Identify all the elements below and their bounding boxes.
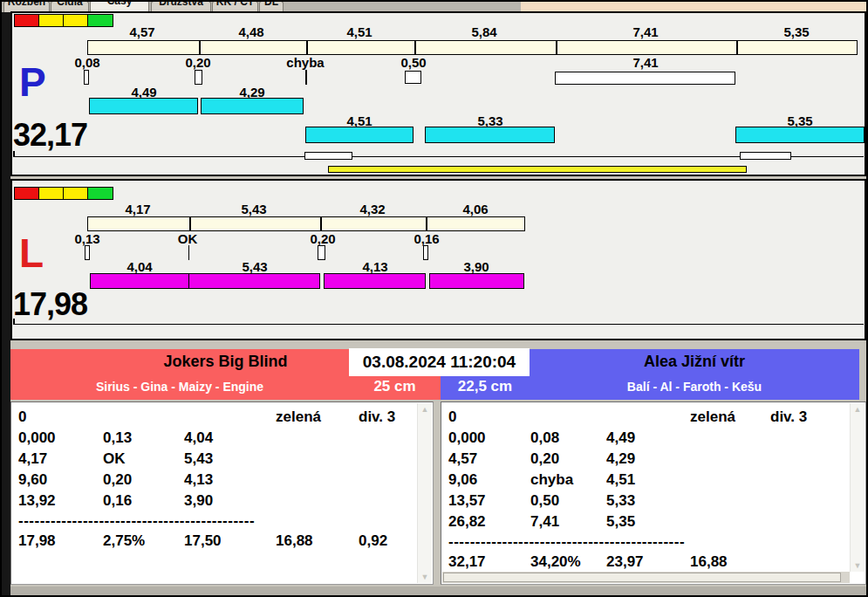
totals-row: 17,98 2,75% 17,50 16,88 0,92 <box>11 531 433 552</box>
scroll-up-icon[interactable]: ▲ <box>851 405 865 414</box>
table-row: 4,570,204,29 <box>441 449 865 470</box>
traffic-yellow-cell-2 <box>64 15 88 26</box>
lane-letter-p: P <box>19 62 46 102</box>
vertical-scrollbar[interactable]: ▲ ▼ <box>850 403 865 572</box>
lane-total-l: 17,98 <box>13 289 87 320</box>
background-window-strip <box>2 12 10 595</box>
separator-row: ----------------------------------------… <box>441 532 865 552</box>
run-bar <box>201 98 304 114</box>
traffic-green-cell <box>88 188 113 199</box>
horizontal-scroll-thumb[interactable] <box>443 573 841 582</box>
split-time-label: 5,43 <box>241 202 266 216</box>
cross-time-label: 0,08 <box>74 55 99 70</box>
ok-tick <box>188 245 189 260</box>
cross-tick <box>318 245 325 260</box>
tab-bar: Rozběh Čidla Časy Družstva KK / ČT DL <box>2 0 866 12</box>
run-time-label: 4,13 <box>362 259 387 274</box>
run-bar <box>188 273 320 289</box>
tabbar-right-fill <box>521 0 868 12</box>
status-green-label: zelená <box>690 407 770 428</box>
traffic-green-cell <box>88 15 113 26</box>
table-row: 4,17OK5,43 <box>11 449 433 470</box>
run-bar <box>90 273 189 289</box>
run-time-label: 4,04 <box>126 259 152 274</box>
cross-time-label: 0,20 <box>310 231 335 246</box>
split-time-label: 4,17 <box>125 202 150 216</box>
traffic-light <box>14 14 113 27</box>
totals-row: 32,17 34,20% 23,97 16,88 <box>441 552 865 573</box>
jump-height-right: 22,5 cm <box>441 378 530 395</box>
traffic-yellow-cell <box>39 15 64 26</box>
table-row: 13,570,505,33 <box>441 491 865 511</box>
status-green-label: zelená <box>276 407 359 428</box>
horizontal-scrollbar[interactable] <box>442 572 850 583</box>
fault-tick <box>305 70 307 85</box>
split-time-label: 4,48 <box>238 24 263 39</box>
marker-rect <box>740 152 791 160</box>
cross-time-label: 0,16 <box>413 231 439 246</box>
table-row: 9,600,204,13 <box>11 470 433 491</box>
split-time-label: 4,32 <box>359 202 385 216</box>
cross-tick <box>85 245 90 260</box>
team-name-right: Alea Jižní vítr <box>530 353 859 371</box>
run-bar <box>735 127 865 143</box>
traffic-yellow-cell <box>39 188 64 199</box>
traffic-red-cell <box>15 188 39 199</box>
split-time-label: 4,57 <box>129 24 154 39</box>
cross-tick <box>423 245 428 260</box>
split-bar <box>87 216 525 231</box>
table-row: 9,06chyba4,51 <box>441 470 865 491</box>
results-list-right[interactable]: 0 zelená div. 3 0,0000,084,49 4,570,204,… <box>441 401 866 585</box>
table-row: 0,0000,134,04 <box>11 428 433 449</box>
team-dogs-left: Sirius - Gina - Maizy - Engine <box>10 380 349 394</box>
lane-panel-l: 4,17 5,43 4,32 4,06 0,13 OK 0,20 0,16 4,… <box>10 179 866 340</box>
run-bar <box>324 273 426 289</box>
cross-time-label: 0,20 <box>185 55 210 70</box>
run-bar <box>89 98 198 114</box>
run-bar <box>425 127 555 143</box>
split-time-label: 4,06 <box>462 202 488 216</box>
lane-letter-l: L <box>19 233 44 273</box>
results-list-left[interactable]: 0 zelená div. 3 0,0000,134,04 4,17OK5,43… <box>10 401 434 585</box>
scroll-down-icon[interactable]: ▼ <box>418 573 432 581</box>
scroll-down-icon[interactable]: ▼ <box>851 561 865 570</box>
cross-tick-box <box>405 71 421 84</box>
run-time-label: 3,90 <box>463 259 489 274</box>
cross-tick <box>84 70 89 85</box>
split-bar <box>87 40 858 55</box>
yellow-span-bar <box>328 166 747 173</box>
timeline-baseline <box>13 324 864 325</box>
scroll-up-icon[interactable]: ▲ <box>418 405 432 414</box>
marker-rect <box>304 152 352 160</box>
traffic-yellow-cell-2 <box>64 188 88 199</box>
cross-tick <box>195 70 202 85</box>
cross-ok-label: OK <box>178 231 198 246</box>
traffic-light <box>14 187 113 200</box>
table-row: 13,920,163,90 <box>11 491 433 511</box>
separator-row: ----------------------------------------… <box>11 511 433 531</box>
vertical-scrollbar[interactable]: ▲ ▼ <box>417 403 432 583</box>
team-dogs-right: Balí - Al - Faroth - Kešu <box>530 380 859 394</box>
window-bottom-strip <box>10 587 866 595</box>
timeline-baseline <box>13 156 864 157</box>
table-row: 0 zelená div. 3 <box>11 407 433 428</box>
table-row: 26,827,415,35 <box>441 511 865 532</box>
fault-label: chyba <box>286 55 324 70</box>
rerun-bar <box>555 72 735 85</box>
traffic-red-cell <box>15 15 39 26</box>
split-time-label: 7,41 <box>632 24 658 39</box>
table-row: 0,0000,084,49 <box>441 428 865 449</box>
run-time-label: 5,43 <box>242 259 267 274</box>
cross-time-label: 0,50 <box>400 55 426 70</box>
split-time-label: 5,84 <box>471 24 496 39</box>
run-bar <box>429 273 524 289</box>
datetime-display: 03.08.2024 11:20:04 <box>349 348 530 376</box>
cross-time-label: 0,13 <box>74 231 99 246</box>
cross-time-label: 7,41 <box>632 55 658 70</box>
run-bar <box>305 127 413 143</box>
tab-casy[interactable]: Časy <box>90 0 149 12</box>
app-window: Rozběh Čidla Časy Družstva KK / ČT DL 4,… <box>0 0 868 597</box>
lane-total-p: 32,17 <box>13 120 87 151</box>
table-row: 0 zelená div. 3 <box>441 407 865 428</box>
split-time-label: 5,35 <box>783 24 809 39</box>
